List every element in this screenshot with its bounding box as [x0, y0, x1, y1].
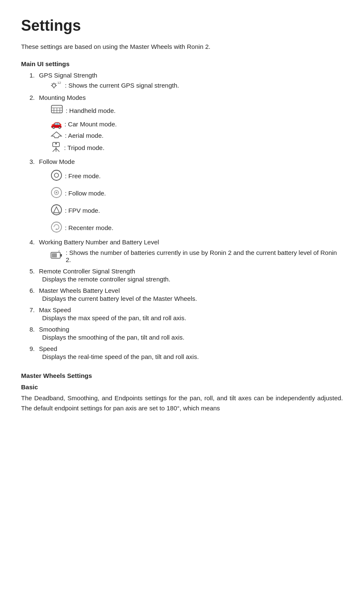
item-number-3: 3.: [29, 158, 35, 165]
list-item-smoothing: 8. Smoothing Displays the smoothing of t…: [21, 326, 343, 341]
follow-mode-desc: : Follow mode.: [65, 190, 106, 197]
item-label-smoothing: Smoothing: [39, 326, 70, 333]
item-label-follow: Follow Mode: [39, 158, 75, 165]
basic-heading: Basic: [21, 383, 343, 391]
handheld-icon: [51, 104, 63, 117]
item-number-9: 9.: [29, 345, 35, 352]
list-item-gps: 1. GPS Signal Strength 12 : Shows the cu…: [21, 72, 343, 90]
fpv-mode-icon: [51, 204, 62, 217]
item-number-2: 2.: [29, 94, 35, 101]
list-item-speed: 9. Speed Displays the real-time speed of…: [21, 345, 343, 360]
item-number-5: 5.: [29, 268, 35, 275]
intro-text: These settings are based on using the Ma…: [21, 43, 343, 50]
svg-line-18: [56, 148, 59, 152]
item-label-rc-signal: Remote Controller Signal Strength: [39, 268, 135, 275]
svg-rect-31: [60, 254, 62, 257]
handheld-desc: : Handheld mode.: [66, 107, 115, 114]
aerial-desc: : Aerial mode.: [65, 132, 104, 139]
svg-point-22: [54, 173, 59, 177]
item-label-mounting: Mounting Modes: [39, 94, 86, 101]
speed-desc: Displays the real-time speed of the pan,…: [42, 353, 199, 360]
page-title: Settings: [21, 17, 343, 35]
svg-marker-14: [51, 132, 62, 138]
car-icon: 🚗: [51, 118, 62, 129]
svg-text:12: 12: [57, 81, 61, 85]
max-speed-desc: Displays the max speed of the pan, tilt …: [42, 314, 186, 321]
mw-battery-desc: Displays the current battery level of th…: [42, 295, 197, 302]
list-item-max-speed: 7. Max Speed Displays the max speed of t…: [21, 306, 343, 321]
list-item-rc-signal: 5. Remote Controller Signal Strength Dis…: [21, 268, 343, 283]
free-mode-icon: [51, 169, 62, 182]
item-number-4: 4.: [29, 238, 35, 246]
svg-text:2: 2: [58, 250, 60, 252]
svg-line-17: [53, 148, 56, 152]
svg-point-25: [56, 192, 57, 193]
smoothing-desc: Displays the smoothing of the pan, tilt …: [42, 334, 185, 341]
aerial-icon: [51, 131, 62, 140]
item-number-6: 6.: [29, 287, 35, 294]
battery-desc: : Shows the number of batteries currentl…: [66, 249, 343, 263]
recenter-mode-icon: [51, 221, 62, 234]
svg-line-6: [55, 83, 56, 84]
list-item-mw-battery: 6. Master Wheels Battery Level Displays …: [21, 287, 343, 302]
svg-point-21: [51, 170, 62, 180]
item-number-8: 8.: [29, 326, 35, 333]
item-number-1: 1.: [29, 72, 35, 79]
car-desc: : Car Mount mode.: [64, 120, 117, 128]
list-item-mounting: 2. Mounting Modes : Handheld mode. 🚗 : C…: [21, 94, 343, 154]
battery-icon: 2: [51, 250, 63, 261]
master-wheels-heading: Master Wheels Settings: [21, 372, 343, 379]
recenter-mode-desc: : Recenter mode.: [65, 224, 113, 231]
svg-rect-32: [52, 253, 57, 257]
main-ui-heading: Main UI settings: [21, 60, 343, 67]
rc-signal-desc: Displays the remote controller signal st…: [42, 276, 170, 283]
list-item-battery: 4. Working Battery Number and Battery Le…: [21, 238, 343, 263]
follow-mode-icon: [51, 187, 62, 200]
item-label-battery: Working Battery Number and Battery Level: [39, 238, 159, 246]
item-number-7: 7.: [29, 306, 35, 313]
svg-marker-27: [54, 207, 59, 213]
free-mode-desc: : Free mode.: [65, 172, 101, 179]
item-label-speed: Speed: [39, 345, 57, 352]
gps-icon: 12: [51, 80, 62, 90]
svg-line-5: [52, 83, 53, 84]
gps-desc: : Shows the current GPS signal strength.: [65, 82, 179, 89]
basic-text: The Deadband, Smoothing, and Endpoints s…: [21, 393, 343, 413]
svg-point-20: [55, 143, 57, 145]
svg-marker-29: [55, 228, 58, 230]
item-label-gps: GPS Signal Strength: [39, 72, 97, 79]
item-label-mw-battery: Master Wheels Battery Level: [39, 287, 120, 294]
fpv-mode-desc: : FPV mode.: [65, 207, 100, 214]
svg-point-28: [51, 222, 62, 232]
item-label-max-speed: Max Speed: [39, 306, 71, 313]
tripod-icon: [51, 142, 62, 154]
list-item-follow: 3. Follow Mode : Free mode. : Follow mod…: [21, 158, 343, 234]
tripod-desc: : Tripod mode.: [64, 144, 104, 151]
